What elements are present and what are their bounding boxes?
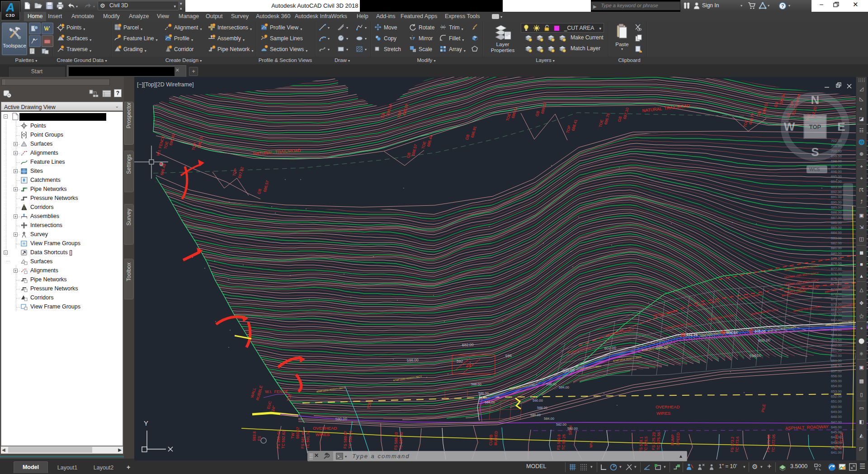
svg-text:586.00: 586.00 [530, 413, 541, 417]
svg-text:697.00: 697.00 [831, 165, 842, 169]
svg-text:FS 571.88: FS 571.88 [766, 434, 771, 452]
svg-text:TC 573.6: TC 573.6 [735, 436, 740, 453]
svg-text:652.00: 652.00 [831, 394, 842, 398]
svg-text:662.00: 662.00 [831, 343, 842, 347]
svg-text:694.00: 694.00 [831, 180, 842, 184]
svg-text:E: E [837, 120, 845, 133]
svg-text:600.00: 600.00 [759, 338, 771, 343]
svg-text:672.00: 672.00 [831, 292, 842, 296]
svg-text:680.00: 680.00 [831, 251, 842, 256]
svg-text:691.00: 691.00 [831, 195, 842, 199]
svg-text:659.00: 659.00 [831, 359, 842, 363]
svg-text:588.00: 588.00 [471, 382, 481, 386]
svg-text:698.57: 698.57 [410, 144, 418, 156]
svg-text:GB: GB [617, 116, 623, 123]
svg-text:BURIED: BURIED [493, 431, 498, 446]
svg-text:WV: WV [589, 441, 593, 448]
svg-text:699.57: 699.57 [761, 102, 769, 114]
svg-text:663.00: 663.00 [831, 338, 842, 342]
svg-text:WIRES: WIRES [316, 432, 330, 437]
svg-text:FS 589.97: FS 589.97 [343, 431, 348, 449]
svg-text:580.00: 580.00 [567, 427, 578, 431]
svg-text:602.00: 602.00 [462, 342, 474, 347]
svg-text:643.00: 643.00 [831, 441, 842, 445]
svg-text:678.00: 678.00 [831, 261, 842, 265]
svg-text:OVERHEAD: OVERHEAD [313, 426, 337, 431]
svg-text:671.00: 671.00 [831, 297, 842, 301]
svg-text:696.76: 696.76 [603, 113, 610, 125]
svg-text:684.00: 684.00 [831, 231, 842, 235]
svg-text:Y: Y [144, 419, 148, 427]
svg-text:596: 596 [505, 353, 512, 358]
svg-text:644.00: 644.00 [831, 435, 842, 439]
svg-text:TC 578.5: TC 578.5 [643, 436, 648, 453]
svg-text:696.00: 696.00 [831, 170, 842, 174]
svg-text:W.I. FENCE: W.I. FENCE [265, 389, 288, 394]
svg-text:660.00: 660.00 [831, 354, 842, 358]
svg-text:673.00: 673.00 [831, 287, 842, 291]
svg-text:698.77: 698.77 [748, 113, 755, 125]
svg-text:582.00: 582.00 [556, 422, 566, 427]
svg-text:594.00: 594.00 [750, 353, 762, 358]
svg-text:SPEED: SPEED [675, 432, 680, 446]
svg-text:FS 588.43: FS 588.43 [393, 432, 398, 450]
svg-text:592: 592 [457, 359, 463, 364]
svg-text:FS 575.23: FS 575.23 [651, 432, 656, 450]
svg-text:661.00: 661.00 [831, 348, 842, 352]
svg-text:FS 581.40: FS 581.40 [300, 431, 305, 449]
svg-text:664.00: 664.00 [831, 333, 842, 337]
svg-text:696.44: 696.44 [426, 135, 433, 147]
svg-text:WIRES: WIRES [656, 411, 670, 416]
svg-text:648.00: 648.00 [831, 415, 842, 419]
svg-text:590.00: 590.00 [533, 398, 543, 403]
svg-text:WCS: WCS [809, 167, 820, 172]
svg-text:GB: GB [380, 112, 386, 119]
svg-text:24″: 24″ [270, 405, 276, 412]
svg-text:PILE: PILE [760, 403, 766, 412]
svg-text:TC 587.30: TC 587.30 [398, 432, 403, 450]
svg-text:651.00: 651.00 [831, 399, 842, 403]
svg-text:GB: GB [773, 101, 779, 108]
svg-text:584.00: 584.00 [485, 400, 495, 404]
svg-text:690.00: 690.00 [831, 200, 842, 204]
svg-text:FS 578.1: FS 578.1 [638, 436, 643, 452]
svg-text:FS: FS [257, 436, 261, 441]
svg-text:647.00: 647.00 [831, 420, 842, 424]
svg-text:689.00: 689.00 [831, 205, 842, 209]
svg-text:656.00: 656.00 [831, 374, 842, 378]
svg-text:TC 58.26: TC 58.26 [561, 434, 566, 450]
svg-text:688.00: 688.00 [831, 210, 842, 214]
svg-text:696.57: 696.57 [262, 180, 269, 193]
svg-text:665.00: 665.00 [831, 328, 842, 332]
svg-text:TC 572.05: TC 572.05 [771, 434, 776, 452]
svg-text:TOP: TOP [231, 168, 238, 177]
svg-text:TC 592.82: TC 592.82 [281, 431, 286, 449]
svg-text:BW=593.1 TW=597.8: BW=593.1 TW=597.8 [696, 299, 720, 307]
svg-text:?: ? [781, 3, 784, 9]
svg-text:584.00: 584.00 [544, 417, 554, 421]
svg-text:687.00: 687.00 [831, 216, 842, 220]
svg-text:685.00: 685.00 [831, 226, 842, 230]
svg-text:696.40: 696.40 [168, 133, 175, 146]
svg-text:654.00: 654.00 [831, 384, 842, 388]
svg-text:641.00: 641.00 [831, 450, 842, 455]
svg-text:S: S [811, 145, 819, 159]
svg-text:608.64: 608.64 [726, 331, 738, 335]
svg-text:TW: TW [290, 433, 295, 439]
svg-text:697.10: 697.10 [622, 107, 629, 120]
svg-text:698.59: 698.59 [401, 104, 409, 116]
svg-text:[−][Top][2D Wireframe]: [−][Top][2D Wireframe] [137, 81, 193, 88]
svg-text:676.00: 676.00 [831, 272, 842, 276]
svg-text:590.00: 590.00 [335, 417, 348, 422]
svg-text:683.00: 683.00 [831, 236, 842, 240]
svg-text:646.00: 646.00 [831, 425, 842, 429]
svg-text:667.00: 667.00 [831, 318, 842, 322]
svg-text:681.00: 681.00 [831, 246, 842, 250]
svg-text:669.00: 669.00 [831, 308, 842, 312]
svg-text:605.06: 605.06 [755, 329, 766, 333]
svg-text:666.00: 666.00 [831, 323, 842, 327]
svg-text:W: W [784, 120, 795, 133]
svg-text:598.00: 598.00 [407, 358, 419, 363]
svg-text:682.00: 682.00 [831, 241, 842, 245]
svg-text:24": 24" [466, 363, 473, 368]
